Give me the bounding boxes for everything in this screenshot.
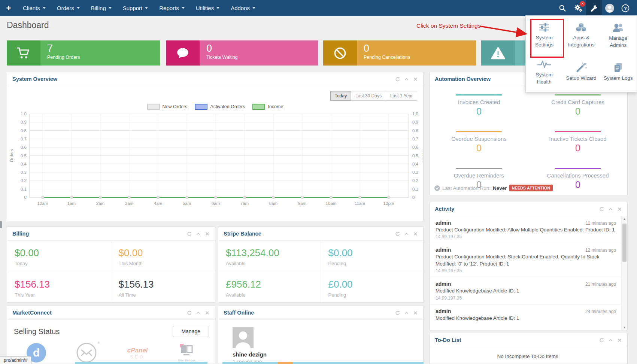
chevron-down-icon: [216, 7, 219, 9]
range-today-button[interactable]: Today: [330, 91, 351, 101]
promo-strip: [75, 362, 207, 364]
collapse-icon[interactable]: [404, 77, 409, 82]
stripe-usd-available: $113,254.00Available: [218, 241, 321, 272]
top-navbar: + Clients Orders Billing Support Reports…: [0, 0, 637, 16]
panel-title: Activity: [435, 206, 454, 212]
system-overview-chart: 000.10.10.20.20.30.30.40.40.50.50.60.60.…: [7, 110, 422, 215]
todo-empty-message: No Incomplete To-Do Items.: [430, 347, 627, 359]
ban-icon: [323, 40, 357, 66]
my-account-avatar-icon[interactable]: [602, 0, 618, 16]
menu-item-system-logs[interactable]: System Logs: [600, 54, 637, 91]
staff-name: shine dezign: [233, 351, 423, 358]
range-last-1-year-button[interactable]: Last 1 Year: [386, 91, 417, 101]
svg-text:0.4: 0.4: [412, 162, 419, 166]
scrollbar-thumb[interactable]: [622, 224, 627, 262]
sliders-icon: [539, 23, 550, 32]
svg-text:Orders: Orders: [9, 149, 14, 162]
refresh-icon[interactable]: [599, 207, 604, 212]
range-last-30-days-button[interactable]: Last 30 Days: [351, 91, 386, 101]
stat-card-pending-cancellations[interactable]: 0Pending Cancellations: [323, 40, 476, 66]
cpanel-seo-logo: cPanel SEO: [127, 347, 148, 359]
warning-icon: [481, 40, 515, 66]
stat-label: Tickets Waiting: [206, 55, 318, 60]
nav-clients[interactable]: Clients: [17, 0, 51, 16]
help-icon[interactable]: ?: [618, 0, 633, 16]
automation-gears-icon[interactable]: ✕: [570, 0, 586, 16]
whmcs-admin-dashboard: + Clients Orders Billing Support Reports…: [0, 0, 637, 364]
svg-text:?: ?: [624, 6, 627, 11]
refresh-icon[interactable]: [395, 77, 400, 82]
stripe-balance-panel: Stripe Balance $113,254.00Available $0.0…: [218, 227, 424, 303]
chevron-down-icon: [109, 7, 112, 9]
nav-support[interactable]: Support: [117, 0, 154, 16]
nav-billing[interactable]: Billing: [85, 0, 117, 16]
svg-text:0.2: 0.2: [412, 178, 418, 183]
chevron-down-icon: [145, 7, 148, 9]
staff-online-panel: Staff Online shine dezign 1 second ago: [218, 306, 424, 364]
menu-item-manage-admins[interactable]: Manage Admins: [600, 17, 637, 54]
scroll-up-arrow[interactable]: ▲: [622, 216, 627, 221]
collapse-icon[interactable]: [608, 338, 613, 343]
menu-item-apps-integrations[interactable]: Apps & Integrations: [563, 17, 600, 54]
close-icon[interactable]: [413, 310, 418, 315]
refresh-icon[interactable]: [395, 231, 400, 236]
close-icon[interactable]: [413, 77, 418, 82]
system-wrench-icon[interactable]: [586, 0, 602, 16]
scroll-down-arrow[interactable]: ▼: [622, 325, 627, 330]
svg-text:0: 0: [24, 195, 27, 200]
stat-value: 0: [364, 43, 476, 54]
collapse-icon[interactable]: [196, 310, 201, 315]
collapse-icon[interactable]: [404, 310, 409, 315]
stat-card-pending-orders[interactable]: 7Pending Orders: [7, 40, 160, 66]
staff-avatar: [233, 327, 254, 348]
manage-button[interactable]: Manage: [173, 326, 209, 337]
stat-inactive-tickets-closed: Inactive Tickets Closed0: [528, 126, 627, 163]
search-icon[interactable]: [555, 0, 570, 16]
stripe-usd-pending: $0.00Pending: [321, 241, 424, 272]
close-icon[interactable]: [617, 207, 622, 212]
stat-overdue-suspensions: Overdue Suspensions0: [430, 126, 528, 163]
svg-text:7am: 7am: [240, 201, 249, 206]
sitebuilder-logo: Site Builder: [178, 344, 195, 362]
svg-text:9am: 9am: [298, 201, 306, 206]
chevron-down-icon: [77, 7, 80, 9]
svg-text:0.4: 0.4: [21, 162, 27, 166]
close-icon[interactable]: [617, 338, 622, 343]
svg-text:0.3: 0.3: [412, 170, 418, 175]
svg-text:10am: 10am: [326, 201, 337, 206]
svg-text:0.5: 0.5: [412, 154, 418, 158]
panel-title: System Overview: [12, 76, 57, 82]
refresh-icon[interactable]: [395, 310, 400, 315]
close-icon[interactable]: [205, 231, 210, 236]
nav-reports[interactable]: Reports: [154, 0, 190, 16]
collapse-icon[interactable]: [608, 207, 613, 212]
menu-item-system-settings[interactable]: System Settings: [526, 17, 563, 54]
activity-panel: Activity admin11 minutes ago Product Con…: [429, 202, 628, 330]
close-icon[interactable]: [413, 231, 418, 236]
svg-text:11am: 11am: [355, 201, 365, 206]
legend-new-orders: New Orders: [147, 104, 188, 110]
refresh-icon[interactable]: [187, 231, 192, 236]
system-overview-panel: System Overview Today Last 30 Days Last …: [7, 72, 424, 221]
menu-item-system-health[interactable]: System Health: [526, 54, 563, 91]
nav-utilities[interactable]: Utilities: [190, 0, 225, 16]
collapse-icon[interactable]: [404, 231, 409, 236]
svg-text:8am: 8am: [269, 201, 277, 206]
refresh-icon[interactable]: [187, 310, 192, 315]
collapse-icon[interactable]: [196, 231, 201, 236]
stat-label: Pending Orders: [47, 55, 160, 60]
svg-text:1am: 1am: [67, 201, 76, 206]
svg-text:0.1: 0.1: [21, 187, 27, 191]
stat-card-tickets-waiting[interactable]: 0Tickets Waiting: [166, 40, 318, 66]
shortcuts-plus-icon[interactable]: +: [0, 0, 17, 16]
panel-title: MarketConnect: [12, 310, 52, 316]
menu-item-setup-wizard[interactable]: Setup Wizard: [563, 54, 600, 91]
stripe-gbp-pending: £0.00Pending: [321, 272, 424, 303]
close-icon[interactable]: [205, 310, 210, 315]
wand-icon: [575, 63, 587, 72]
refresh-icon[interactable]: [599, 338, 604, 343]
stat-label: Pending Cancellations: [364, 55, 476, 60]
nav-orders[interactable]: Orders: [51, 0, 85, 16]
svg-text:6am: 6am: [212, 201, 220, 206]
nav-addons[interactable]: Addons: [225, 0, 261, 16]
